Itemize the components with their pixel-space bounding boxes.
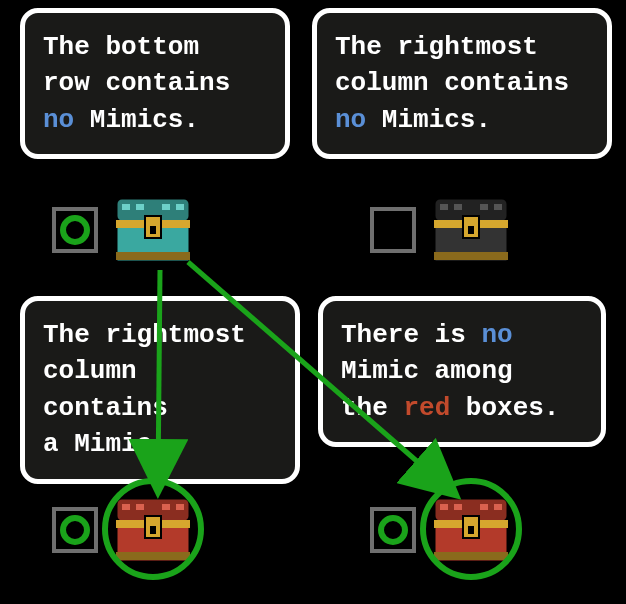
circle-mark-icon	[58, 213, 92, 247]
svg-rect-19	[480, 204, 488, 210]
hint-card-bottom-left: The rightmost column contains a Mimic.	[20, 296, 300, 484]
chest-teal[interactable]	[112, 192, 194, 268]
chest-red[interactable]	[112, 492, 194, 568]
keyword-no: no	[335, 105, 366, 135]
keyword-red: red	[403, 393, 450, 423]
svg-rect-4	[116, 252, 190, 260]
mark-checkbox[interactable]	[370, 207, 416, 253]
svg-rect-20	[494, 204, 502, 210]
hint-line: The rightmost	[335, 29, 589, 65]
svg-rect-6	[150, 226, 156, 234]
svg-rect-10	[176, 204, 184, 210]
hint-line: There is no	[341, 317, 583, 353]
svg-point-0	[63, 218, 87, 242]
hint-line: no Mimics.	[335, 102, 589, 138]
keyword-no: no	[481, 320, 512, 350]
chest-icon	[112, 192, 194, 268]
svg-rect-18	[454, 204, 462, 210]
hint-line: row contains	[43, 65, 267, 101]
hint-card-top-left: The bottom row contains no Mimics.	[20, 8, 290, 159]
chest-red[interactable]	[430, 492, 512, 568]
highlight-circle	[420, 478, 522, 580]
panel-controls-bottom-right	[370, 492, 512, 568]
svg-rect-9	[162, 204, 170, 210]
hint-card-top-right: The rightmost column contains no Mimics.	[312, 8, 612, 159]
hint-line: The bottom	[43, 29, 267, 65]
svg-rect-8	[136, 204, 144, 210]
svg-point-21	[63, 518, 87, 542]
svg-rect-7	[122, 204, 130, 210]
hint-line: the red boxes.	[341, 390, 583, 426]
highlight-circle	[102, 478, 204, 580]
hint-card-bottom-right: There is no Mimic among the red boxes.	[318, 296, 606, 447]
hint-line: a Mimic.	[43, 426, 277, 462]
mark-checkbox[interactable]	[370, 507, 416, 553]
keyword-no: no	[43, 105, 74, 135]
panel-controls-top-left	[52, 192, 194, 268]
svg-rect-14	[434, 252, 508, 260]
hint-line: column contains	[335, 65, 589, 101]
circle-mark-icon	[58, 513, 92, 547]
svg-point-32	[381, 518, 405, 542]
hint-line: no Mimics.	[43, 102, 267, 138]
hint-line: column contains	[43, 353, 277, 426]
svg-rect-17	[440, 204, 448, 210]
svg-rect-16	[468, 226, 474, 234]
hint-line: Mimic among	[341, 353, 583, 389]
mark-checkbox[interactable]	[52, 207, 98, 253]
panel-controls-top-right	[370, 192, 512, 268]
hint-line: The rightmost	[43, 317, 277, 353]
panel-controls-bottom-left	[52, 492, 194, 568]
chest-icon	[430, 192, 512, 268]
circle-mark-icon	[376, 513, 410, 547]
mark-checkbox[interactable]	[52, 507, 98, 553]
chest-black[interactable]	[430, 192, 512, 268]
